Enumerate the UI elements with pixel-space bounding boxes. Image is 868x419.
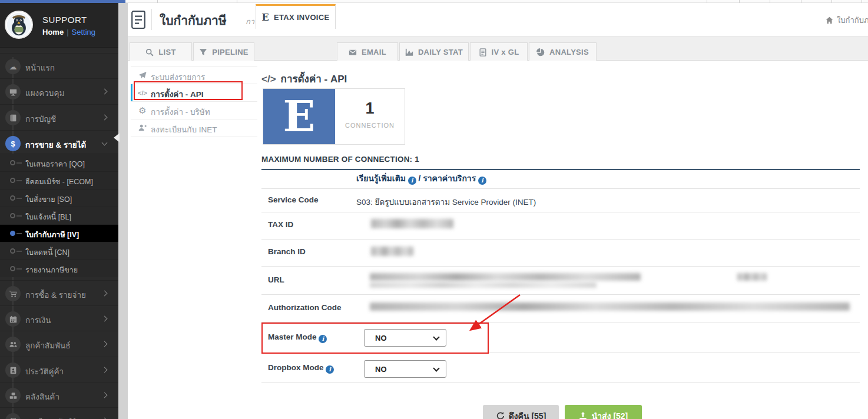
bullet-icon xyxy=(10,160,15,165)
etax-logo: E xyxy=(263,89,335,144)
sidebar-item-accounting[interactable]: การบัญชี xyxy=(0,104,118,130)
tab-iv-x-gl[interactable]: IV x GL xyxy=(470,42,528,61)
table-row: Dropbox Mode i NO xyxy=(261,353,860,383)
section-heading: </>การตั้งค่า - API xyxy=(261,71,347,87)
tab-email[interactable]: EMAIL xyxy=(337,42,398,61)
redacted-value xyxy=(371,247,413,256)
gear-icon: ⚙ xyxy=(138,106,147,115)
breadcrumb[interactable]: ใบกำกับภาษี xyxy=(826,14,868,26)
avatar[interactable] xyxy=(5,11,33,39)
subnav-item-api-settings[interactable]: </> การตั้งค่า - API xyxy=(131,84,257,102)
sidebar-header: SUPPORT Home|Setting xyxy=(0,3,118,48)
redacted-value xyxy=(370,302,850,311)
inventory-icon xyxy=(5,388,21,403)
bullet-dash xyxy=(16,198,22,199)
table-row: Authorization Code xyxy=(261,295,860,322)
home-icon xyxy=(826,16,833,24)
info-icon[interactable]: i xyxy=(326,365,334,374)
bullet-dash xyxy=(16,251,22,252)
redacted-value xyxy=(737,273,767,281)
accounting-icon xyxy=(5,110,21,125)
person-plus-icon xyxy=(138,124,147,133)
tab-list[interactable]: LIST xyxy=(130,42,192,61)
dropbox-mode-select[interactable]: NO xyxy=(364,360,446,378)
refresh-icon xyxy=(496,412,504,419)
sidebar-subitem-sales-tax-report[interactable]: รายงานภาษีขาย xyxy=(0,260,118,277)
link-divider: | xyxy=(67,28,68,36)
submit-button[interactable]: นำส่ง [52] xyxy=(565,405,642,419)
authorization-code-label: Authorization Code xyxy=(268,303,342,312)
table-row: Service Code S03: ยึดรูปแบบเอกสารตาม Ser… xyxy=(261,189,860,212)
sidebar-gutter[interactable] xyxy=(118,3,128,419)
code-icon: </> xyxy=(261,74,276,85)
document-icon xyxy=(479,48,487,56)
setting-link[interactable]: Setting xyxy=(72,28,95,36)
sidebar-item-crm[interactable]: ลูกค้าสัมพันธ์ xyxy=(0,331,118,357)
table-row: TAX ID xyxy=(261,212,860,240)
funnel-icon xyxy=(199,48,207,56)
chevron-down-icon xyxy=(433,334,439,340)
sidebar-collapse-arrow-icon[interactable] xyxy=(114,133,120,142)
sidebar-item-sales[interactable]: $ การขาย & รายได้ xyxy=(0,130,118,154)
bullet-dash xyxy=(16,162,22,164)
paper-plane-icon xyxy=(138,71,147,81)
master-mode-select[interactable]: NO xyxy=(364,329,446,347)
info-icon[interactable]: i xyxy=(319,335,327,343)
chevron-right-icon xyxy=(102,115,108,121)
partner-icon xyxy=(5,363,21,378)
document-icon xyxy=(131,11,145,28)
redacted-value xyxy=(370,273,641,281)
bullet-dash xyxy=(16,268,22,270)
tab-analysis[interactable]: ANALYSIS xyxy=(529,42,597,61)
pricing-link[interactable]: ราคาค่าบริการ xyxy=(423,174,476,183)
search-icon xyxy=(145,48,154,56)
bullet-dash xyxy=(16,233,22,234)
redacted-value xyxy=(370,282,597,288)
sidebar-item-partners[interactable]: ประวัติคู่ค้า xyxy=(0,357,118,383)
subnav-item-register-inet[interactable]: ลงทะเบียนกับ INET xyxy=(131,119,257,137)
cloud-icon: ☁ xyxy=(5,59,21,74)
sidebar-item-home[interactable]: ☁ หน้าแรก xyxy=(0,53,118,79)
sidebar-subitem-tax-invoice[interactable]: ใบกำกับภาษี [IV] xyxy=(0,224,118,242)
page-title: ใบกำกับภาษี xyxy=(160,11,227,30)
fetch-button[interactable]: ดึงคืน [55] xyxy=(483,405,559,419)
chart-icon xyxy=(405,48,413,56)
home-link[interactable]: Home xyxy=(42,28,64,36)
bullet-dash xyxy=(16,180,22,181)
chevron-right-icon xyxy=(102,291,108,297)
sidebar-item-dashboard[interactable]: แผงควบคุม xyxy=(0,78,118,104)
bullet-icon xyxy=(10,213,15,218)
branch-id-label: Branch ID xyxy=(268,247,306,256)
tab-etax-invoice[interactable]: E ETAX INVOICE xyxy=(256,4,336,29)
dollar-icon: $ xyxy=(5,136,21,151)
connection-card: E 1 CONNECTION xyxy=(263,88,405,145)
bullet-dash xyxy=(16,215,22,217)
chevron-right-icon xyxy=(102,393,108,398)
service-code-label: Service Code xyxy=(268,195,319,204)
sidebar-subitem-sales-order[interactable]: ใบสั่งขาย [SO] xyxy=(0,189,118,207)
learn-more-link[interactable]: เรียนรู้เพิ่มเติม xyxy=(356,174,406,183)
info-icon[interactable]: i xyxy=(408,177,416,185)
sidebar: SUPPORT Home|Setting ☁ หน้าแรก แผงควบคุม… xyxy=(0,3,118,419)
sidebar-subitem-ecommerce[interactable]: อีคอมเมิร์ซ - [ECOM] xyxy=(0,171,118,189)
tab-pipeline[interactable]: PIPELINE xyxy=(193,42,254,61)
chevron-down-icon xyxy=(433,365,439,371)
sidebar-item-inventory[interactable]: คลังสินค้า xyxy=(0,382,118,408)
sidebar-subitem-credit-note[interactable]: ใบลดหนี้ [CN] xyxy=(0,242,118,260)
subnav-item-send-system[interactable]: ระบบส่งรายการ xyxy=(131,66,257,84)
workspace-title: SUPPORT xyxy=(42,15,87,25)
sidebar-item-finance[interactable]: การเงิน xyxy=(0,305,118,331)
subnav-item-company-settings[interactable]: ⚙ การตั้งค่า - บริษัท xyxy=(131,102,257,119)
bullet-icon xyxy=(10,248,15,254)
sidebar-subitem-billing[interactable]: ใบแจ้งหนี้ [BL] xyxy=(0,207,118,224)
sidebar-subitem-quotation[interactable]: ใบเสนอราคา [QO] xyxy=(0,154,118,171)
etax-subnav: ระบบส่งรายการ </> การตั้งค่า - API ⚙ การ… xyxy=(131,66,257,137)
tab-daily-stat[interactable]: DAILY STAT xyxy=(399,42,469,61)
etax-e-icon: E xyxy=(262,13,270,22)
service-code-value: S03: ยึดรูปแบบเอกสารตาม Service Provider… xyxy=(356,195,536,208)
sidebar-item-assets[interactable]: ทะเบียนทรัพย์สิน xyxy=(0,407,118,419)
info-icon[interactable]: i xyxy=(478,177,486,185)
bullet-icon xyxy=(10,178,15,183)
chevron-right-icon xyxy=(102,316,108,322)
sidebar-item-purchases[interactable]: การซื้อ & รายจ่าย xyxy=(0,280,118,306)
